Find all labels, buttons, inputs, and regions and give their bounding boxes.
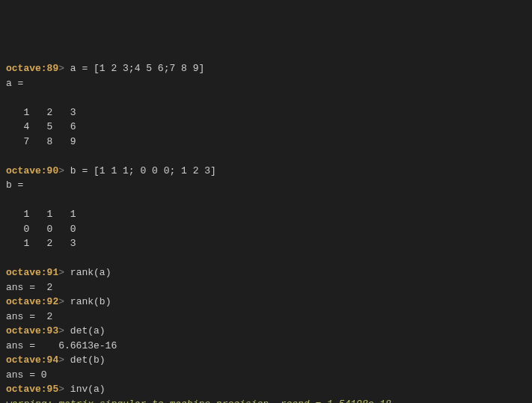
terminal-line: [6, 149, 526, 164]
output-text: b =: [6, 179, 23, 191]
prompt-name: octave:: [6, 63, 47, 74]
terminal-line: ans = 2: [6, 310, 526, 324]
prompt-name: octave:: [6, 354, 47, 366]
output-text: 1 1 1: [6, 209, 76, 220]
prompt-name: octave:: [6, 384, 47, 395]
terminal-line: 1 2 3: [6, 236, 526, 251]
output-text: ans = 2: [6, 282, 52, 293]
prompt-gt: >: [58, 354, 64, 366]
prompt-number: 91: [47, 267, 59, 278]
prompt-gt: >: [58, 267, 64, 278]
prompt-name: octave:: [6, 296, 47, 307]
command-text: b = [1 1 1; 0 0 0; 1 2 3]: [64, 165, 216, 176]
command-text: rank(b): [64, 296, 111, 307]
prompt-gt: >: [58, 165, 64, 176]
prompt-name: octave:: [6, 325, 47, 336]
prompt-number: 92: [47, 296, 59, 307]
command-text: det(a): [64, 325, 106, 336]
terminal-line: 4 5 6: [6, 120, 526, 135]
terminal-line: octave:91> rank(a): [6, 265, 526, 280]
prompt-number: 95: [47, 384, 59, 395]
prompt-name: octave:: [6, 165, 47, 176]
terminal-line: warning: matrix singular to machine prec…: [6, 397, 526, 404]
terminal-line: ans = 0: [6, 368, 526, 383]
terminal-line: [6, 193, 526, 208]
output-text: ans = 0: [6, 369, 47, 381]
output-text: 7 8 9: [6, 136, 76, 147]
terminal-line: 1 2 3: [6, 105, 526, 120]
prompt-gt: >: [58, 63, 64, 74]
prompt-name: octave:: [6, 267, 47, 278]
terminal-line: [6, 90, 526, 105]
prompt-number: 90: [47, 165, 59, 176]
prompt-gt: >: [58, 296, 64, 307]
terminal-line: octave:93> det(a): [6, 324, 526, 339]
terminal-line: [6, 251, 526, 266]
warning-text: warning: matrix singular to machine prec…: [6, 399, 391, 404]
output-text: 1 2 3: [6, 107, 76, 118]
terminal-line: a =: [6, 76, 526, 91]
terminal-line: 1 1 1: [6, 207, 526, 222]
terminal-line: ans = 2: [6, 280, 526, 295]
terminal-line: octave:89> a = [1 2 3;4 5 6;7 8 9]: [6, 61, 526, 76]
prompt-gt: >: [58, 325, 64, 336]
terminal-line: octave:95> inv(a): [6, 382, 526, 397]
output-text: ans = 6.6613e-16: [6, 340, 117, 351]
terminal-line: octave:94> det(b): [6, 353, 526, 368]
output-text: ans = 2: [6, 311, 52, 322]
terminal-line: ans = 6.6613e-16: [6, 339, 526, 354]
terminal-line: 0 0 0: [6, 222, 526, 237]
terminal-output[interactable]: octave:89> a = [1 2 3;4 5 6;7 8 9]a = 1 …: [6, 61, 526, 403]
output-text: 1 2 3: [6, 238, 76, 249]
command-text: det(b): [64, 354, 106, 366]
output-text: 0 0 0: [6, 224, 76, 235]
output-text: a =: [6, 78, 23, 89]
output-text: 4 5 6: [6, 121, 76, 132]
prompt-number: 94: [47, 354, 59, 366]
prompt-gt: >: [58, 384, 64, 395]
terminal-line: octave:90> b = [1 1 1; 0 0 0; 1 2 3]: [6, 164, 526, 179]
prompt-number: 89: [47, 63, 59, 74]
command-text: rank(a): [64, 267, 111, 278]
command-text: a = [1 2 3;4 5 6;7 8 9]: [64, 63, 204, 74]
terminal-line: b =: [6, 178, 526, 193]
prompt-number: 93: [47, 325, 59, 336]
command-text: inv(a): [64, 384, 106, 395]
terminal-line: octave:92> rank(b): [6, 295, 526, 310]
terminal-line: 7 8 9: [6, 135, 526, 150]
